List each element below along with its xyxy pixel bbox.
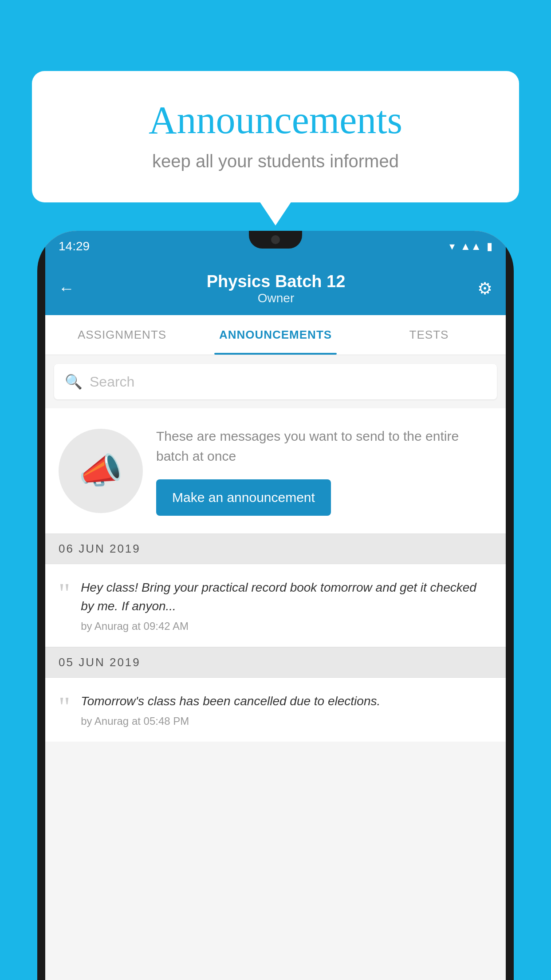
status-time: 14:29 xyxy=(59,239,90,253)
app-header: ← Physics Batch 12 Owner ⚙ xyxy=(45,262,506,315)
search-placeholder: Search xyxy=(90,374,134,390)
phone-screen: 14:29 ▾ ▲▲ ▮ ← Physics Batch 12 Owner ⚙ … xyxy=(45,231,506,980)
announcement-icon-circle: 📣 xyxy=(59,429,143,513)
search-icon: 🔍 xyxy=(65,373,83,390)
quote-icon-1: " xyxy=(59,582,70,605)
quote-icon-2: " xyxy=(59,695,70,718)
date-divider-1: 06 JUN 2019 xyxy=(45,533,506,564)
settings-icon[interactable]: ⚙ xyxy=(477,279,492,298)
batch-title: Physics Batch 12 xyxy=(75,272,477,291)
tab-announcements[interactable]: ANNOUNCEMENTS xyxy=(199,315,352,355)
tab-assignments[interactable]: ASSIGNMENTS xyxy=(45,315,199,355)
empty-state-description: These are messages you want to send to t… xyxy=(156,426,492,466)
search-bar[interactable]: 🔍 Search xyxy=(54,364,497,399)
announcement-content-1: Hey class! Bring your practical record b… xyxy=(81,578,492,632)
announcement-meta-1: by Anurag at 09:42 AM xyxy=(81,620,492,632)
make-announcement-button[interactable]: Make an announcement xyxy=(156,479,331,516)
header-title-area: Physics Batch 12 Owner xyxy=(75,272,477,305)
speech-bubble: Announcements keep all your students inf… xyxy=(32,71,519,202)
announcement-item-2[interactable]: " Tomorrow's class has been cancelled du… xyxy=(45,678,506,742)
wifi-icon: ▾ xyxy=(449,240,455,253)
announcement-content-2: Tomorrow's class has been cancelled due … xyxy=(81,692,380,727)
bubble-title: Announcements xyxy=(67,98,484,142)
announcement-item-1[interactable]: " Hey class! Bring your practical record… xyxy=(45,564,506,647)
megaphone-icon: 📣 xyxy=(79,450,123,492)
signal-icon: ▲▲ xyxy=(460,240,481,253)
tab-bar: ASSIGNMENTS ANNOUNCEMENTS TESTS xyxy=(45,315,506,355)
announcement-text-1: Hey class! Bring your practical record b… xyxy=(81,578,492,616)
batch-subtitle: Owner xyxy=(75,291,477,305)
status-icons: ▾ ▲▲ ▮ xyxy=(449,240,492,253)
date-divider-2: 05 JUN 2019 xyxy=(45,647,506,678)
battery-icon: ▮ xyxy=(487,240,492,253)
phone-frame: 14:29 ▾ ▲▲ ▮ ← Physics Batch 12 Owner ⚙ … xyxy=(37,231,514,980)
tab-tests[interactable]: TESTS xyxy=(352,315,506,355)
bubble-subtitle: keep all your students informed xyxy=(67,151,484,171)
announcement-meta-2: by Anurag at 05:48 PM xyxy=(81,715,380,727)
camera xyxy=(271,235,280,244)
back-button[interactable]: ← xyxy=(59,279,75,298)
phone-notch xyxy=(249,231,302,249)
empty-state: 📣 These are messages you want to send to… xyxy=(45,408,506,533)
empty-state-content: These are messages you want to send to t… xyxy=(156,426,492,516)
announcement-text-2: Tomorrow's class has been cancelled due … xyxy=(81,692,380,711)
